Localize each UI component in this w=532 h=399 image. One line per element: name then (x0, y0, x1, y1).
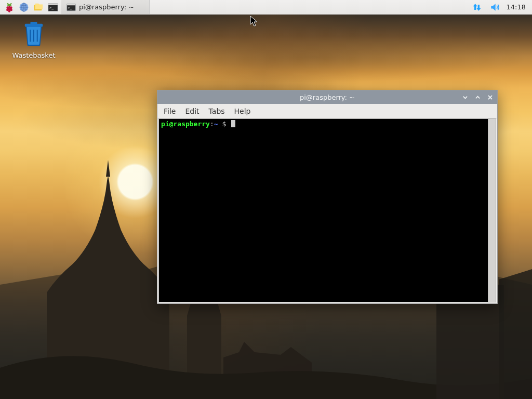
network-indicator[interactable] (471, 2, 483, 13)
chevron-down-icon (462, 95, 468, 100)
window-menubar: File Edit Tabs Help (157, 104, 497, 118)
menu-file[interactable]: File (164, 107, 176, 115)
browser-launcher[interactable] (17, 1, 31, 14)
chevron-up-icon (475, 95, 481, 100)
svg-text:>_: >_ (49, 6, 54, 10)
raspberry-icon (4, 2, 15, 12)
menu-tabs[interactable]: Tabs (209, 107, 225, 115)
window-close-button[interactable] (487, 94, 493, 100)
svg-point-5 (8, 10, 10, 12)
window-titlebar[interactable]: pi@raspberry: ~ (157, 90, 497, 104)
system-tray: 14:18 (471, 0, 532, 14)
terminal-window: pi@raspberry: ~ File Edit Tabs Help pi@r… (157, 90, 498, 304)
desktop-icon-wastebasket[interactable]: Wastebasket (10, 21, 57, 59)
desktop-icon-label: Wastebasket (10, 51, 57, 59)
trash-icon (22, 21, 46, 47)
svg-point-4 (10, 8, 12, 10)
window-title: pi@raspberry: ~ (300, 94, 355, 101)
volume-indicator[interactable] (489, 2, 500, 13)
task-item-label: pi@raspberry: ~ (79, 3, 134, 11)
taskbar-launchers: >_ (0, 1, 60, 14)
window-minimize-button[interactable] (462, 94, 468, 100)
prompt-colon: : (210, 120, 214, 128)
prompt-dollar: $ (218, 120, 230, 128)
svg-point-3 (6, 8, 8, 10)
clock[interactable]: 14:18 (507, 3, 526, 11)
terminal-icon: >_ (48, 3, 58, 12)
svg-rect-16 (30, 22, 37, 24)
terminal-cursor (231, 120, 235, 127)
svg-rect-13 (67, 4, 76, 5)
terminal-body-wrap: pi@raspberry:~ $ (157, 118, 497, 303)
scrollbar-thumb[interactable] (488, 119, 496, 302)
folders-icon (33, 3, 44, 12)
volume-icon (489, 2, 500, 12)
close-icon (487, 95, 493, 100)
prompt-userhost: pi@raspberry (161, 120, 210, 128)
terminal-scrollbar[interactable] (488, 118, 496, 302)
terminal-body[interactable]: pi@raspberry:~ $ (158, 118, 488, 302)
terminal-launcher[interactable]: >_ (46, 1, 60, 14)
menu-edit[interactable]: Edit (185, 107, 199, 115)
svg-point-6 (8, 6, 10, 8)
prompt-path: ~ (214, 120, 218, 128)
terminal-prompt: pi@raspberry:~ $ (161, 120, 235, 136)
svg-rect-10 (48, 3, 58, 5)
network-updown-icon (472, 2, 482, 12)
taskbar: >_ >_ pi@raspberry: ~ 14:1 (0, 0, 532, 15)
taskbar-task-list: >_ pi@raspberry: ~ (61, 0, 150, 14)
task-item-terminal[interactable]: >_ pi@raspberry: ~ (61, 0, 150, 14)
window-maximize-button[interactable] (474, 94, 481, 100)
window-controls (462, 90, 493, 104)
menu-help[interactable]: Help (234, 107, 251, 115)
globe-icon (19, 2, 29, 12)
terminal-icon: >_ (66, 3, 76, 11)
file-manager-launcher[interactable] (31, 1, 46, 14)
menu-button[interactable] (2, 1, 17, 14)
svg-text:>_: >_ (68, 6, 72, 10)
